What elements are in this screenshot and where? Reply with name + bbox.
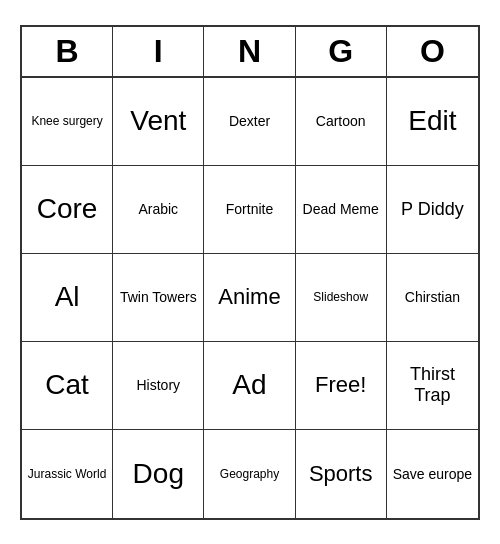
bingo-cell: Core bbox=[22, 166, 113, 254]
bingo-cell: Sports bbox=[296, 430, 387, 518]
header-letter: I bbox=[113, 27, 204, 76]
bingo-cell: Cat bbox=[22, 342, 113, 430]
bingo-cell: History bbox=[113, 342, 204, 430]
header-letter: N bbox=[204, 27, 295, 76]
bingo-cell: Dexter bbox=[204, 78, 295, 166]
header-letter: G bbox=[296, 27, 387, 76]
bingo-cell: Geography bbox=[204, 430, 295, 518]
bingo-cell: Twin Towers bbox=[113, 254, 204, 342]
bingo-cell: Cartoon bbox=[296, 78, 387, 166]
bingo-cell: Dead Meme bbox=[296, 166, 387, 254]
bingo-cell: Chirstian bbox=[387, 254, 478, 342]
bingo-cell: P Diddy bbox=[387, 166, 478, 254]
bingo-cell: Save europe bbox=[387, 430, 478, 518]
bingo-card: BINGO Knee surgeryVentDexterCartoonEditC… bbox=[20, 25, 480, 520]
bingo-cell: Thirst Trap bbox=[387, 342, 478, 430]
bingo-cell: Knee surgery bbox=[22, 78, 113, 166]
header-letter: O bbox=[387, 27, 478, 76]
bingo-cell: Edit bbox=[387, 78, 478, 166]
bingo-cell: Free! bbox=[296, 342, 387, 430]
bingo-cell: Al bbox=[22, 254, 113, 342]
bingo-header: BINGO bbox=[22, 27, 478, 78]
bingo-cell: Dog bbox=[113, 430, 204, 518]
bingo-cell: Anime bbox=[204, 254, 295, 342]
bingo-cell: Arabic bbox=[113, 166, 204, 254]
bingo-cell: Fortnite bbox=[204, 166, 295, 254]
bingo-cell: Jurassic World bbox=[22, 430, 113, 518]
header-letter: B bbox=[22, 27, 113, 76]
bingo-cell: Vent bbox=[113, 78, 204, 166]
bingo-grid: Knee surgeryVentDexterCartoonEditCoreAra… bbox=[22, 78, 478, 518]
bingo-cell: Ad bbox=[204, 342, 295, 430]
bingo-cell: Slideshow bbox=[296, 254, 387, 342]
